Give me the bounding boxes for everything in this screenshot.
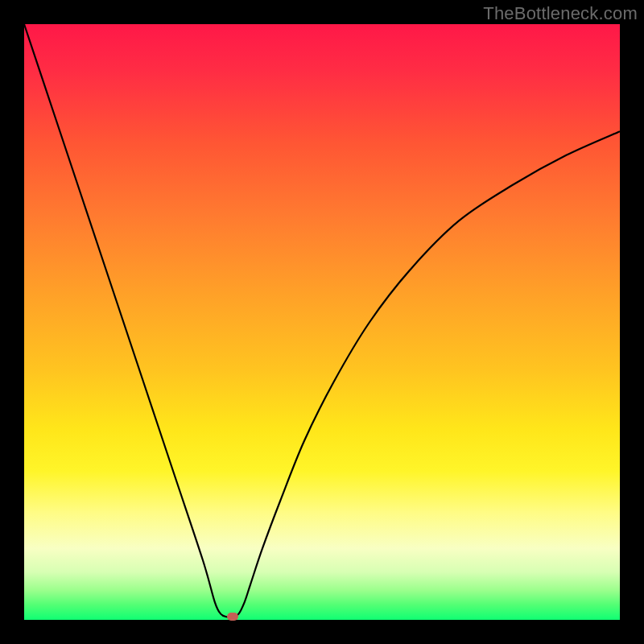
optimum-marker [227,613,238,621]
curve-path [24,24,620,617]
chart-frame: TheBottleneck.com [0,0,644,644]
plot-area [24,24,620,620]
watermark-text: TheBottleneck.com [483,3,638,24]
bottleneck-curve [24,24,620,620]
